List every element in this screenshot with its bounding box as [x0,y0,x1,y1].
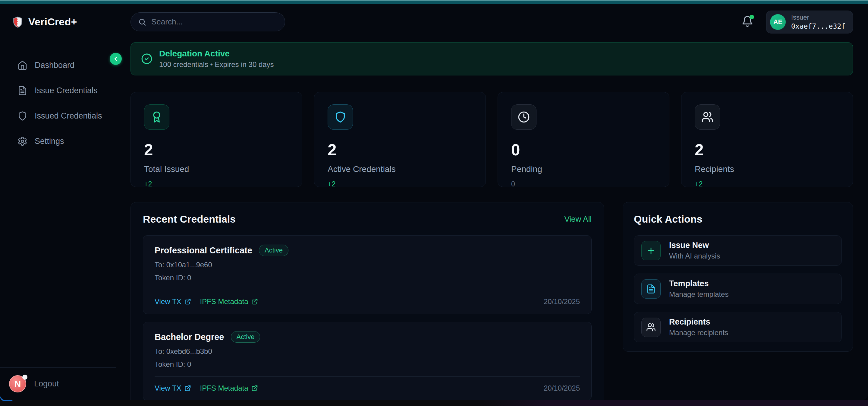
credential-recipient: To: 0x10a1...9e60 [155,261,580,269]
quick-action-issue-new[interactable]: Issue New With AI analysis [634,235,842,266]
users-icon [695,104,720,130]
credential-recipient: To: 0xebd6...b3b0 [155,347,580,356]
external-link-icon [251,298,258,305]
stat-label: Total Issued [144,165,289,174]
status-badge: Active [231,331,260,343]
divider [155,290,580,290]
account-meta: Issuer 0xaef7...e32f [791,13,845,30]
credential-token-id: Token ID: 0 [155,360,580,369]
ipfs-metadata-label: IPFS Metadata [200,384,248,393]
plus-icon [641,241,661,260]
view-tx-link[interactable]: View TX [155,384,191,393]
quick-action-text: Issue New With AI analysis [669,241,720,260]
sidebar-item-dashboard[interactable]: Dashboard [0,56,116,75]
sidebar-item-settings[interactable]: Settings [0,132,116,150]
sidebar-item-issued-credentials[interactable]: Issued Credentials [0,107,116,125]
section-title: Recent Credentials [143,213,236,225]
shield-icon [328,104,353,130]
recent-credentials-panel: Recent Credentials View All Professional… [130,202,604,400]
external-link-icon [251,385,258,392]
status-dot [22,375,27,380]
avatar-initial: N [14,379,21,389]
sidebar-footer: N Logout [0,368,116,400]
stat-value: 2 [328,141,472,159]
banner-text: Delegation Active 100 credentials • Expi… [159,49,274,69]
stat-label: Active Credentials [328,165,472,174]
stat-label: Recipients [695,165,839,174]
status-badge: Active [259,244,288,256]
stat-value: 2 [144,141,289,159]
stat-delta: 0 [511,180,656,188]
view-tx-label: View TX [155,297,181,306]
sidebar-item-label: Settings [35,137,64,146]
view-all-link[interactable]: View All [564,214,592,224]
quick-action-subtitle: With AI analysis [669,252,720,260]
delegation-banner: Delegation Active 100 credentials • Expi… [130,42,853,76]
shield-icon [18,111,27,121]
quick-action-subtitle: Manage templates [669,290,728,299]
stat-delta: +2 [328,180,472,188]
credential-title: Bachelor Degree [155,332,224,342]
file-text-icon [641,279,661,299]
recent-credentials-header: Recent Credentials View All [143,213,592,225]
quick-actions-panel: Quick Actions Issue New With AI analysis [623,202,853,352]
stat-card-active-credentials: 2 Active Credentials +2 [314,92,486,187]
quick-action-recipients[interactable]: Recipients Manage recipients [634,312,842,342]
search-icon [138,18,147,26]
credential-token-id: Token ID: 0 [155,273,580,282]
notifications-button[interactable] [741,16,755,29]
account-chip[interactable]: AE Issuer 0xaef7...e32f [766,10,853,33]
bottom-section: Recent Credentials View All Professional… [130,202,853,400]
stat-value: 2 [695,141,839,159]
sidebar-item-label: Issue Credentials [35,86,98,95]
main-content: Delegation Active 100 credentials • Expi… [116,40,868,400]
quick-action-title: Recipients [669,317,728,327]
divider [155,376,580,377]
account-avatar: AE [770,14,786,30]
search-input[interactable] [151,17,278,27]
credential-footer: View TX IPFS Metadata 20/10/2025 [155,384,580,393]
window-chrome-bottom-bar [0,400,868,406]
quick-action-title: Templates [669,279,728,288]
search-bar[interactable] [130,12,285,31]
header-right: AE Issuer 0xaef7...e32f [741,10,868,33]
app-window: Dashboard Issue Credentials Issued Crede… [0,4,868,400]
credential-links: View TX IPFS Metadata [155,297,258,306]
external-link-icon [184,385,191,392]
account-role: Issuer [791,13,845,22]
quick-action-templates[interactable]: Templates Manage templates [634,273,842,304]
credential-title-row: Professional Certificate Active [155,244,580,256]
quick-action-text: Templates Manage templates [669,279,728,299]
app-title: VeriCred+ [28,16,77,28]
stat-card-total-issued: 2 Total Issued +2 [130,92,302,187]
stat-card-pending: 0 Pending 0 [498,92,670,187]
stat-card-recipients: 2 Recipients +2 [681,92,853,187]
stat-value: 0 [511,141,656,159]
stat-delta: +2 [144,180,289,188]
view-tx-link[interactable]: View TX [155,297,191,306]
view-tx-label: View TX [155,384,181,393]
users-icon [641,318,661,337]
quick-action-subtitle: Manage recipients [669,328,728,337]
sidebar: Dashboard Issue Credentials Issued Crede… [0,4,116,400]
account-address: 0xaef7...e32f [791,22,845,30]
top-header: VeriCred+ AE Issuer 0xaef7...e32f [0,4,868,40]
brand-logo: VeriCred+ [0,16,116,28]
shield-logo-icon [12,16,24,28]
ipfs-metadata-link[interactable]: IPFS Metadata [200,297,258,306]
banner-title: Delegation Active [159,49,274,59]
home-icon [18,60,27,70]
ipfs-metadata-link[interactable]: IPFS Metadata [200,384,258,393]
sidebar-collapse-button[interactable] [110,53,122,65]
stat-label: Pending [511,165,656,174]
user-avatar[interactable]: N [9,375,26,393]
award-icon [144,104,169,130]
file-text-icon [18,86,27,96]
logout-button[interactable]: Logout [34,379,59,388]
clock-icon [511,104,536,130]
credential-card: Bachelor Degree Active To: 0xebd6...b3b0… [143,322,592,400]
sidebar-item-issue-credentials[interactable]: Issue Credentials [0,81,116,100]
external-link-icon [184,298,191,305]
credential-footer: View TX IPFS Metadata 20/10/2025 [155,297,580,306]
stat-delta: +2 [695,180,839,188]
